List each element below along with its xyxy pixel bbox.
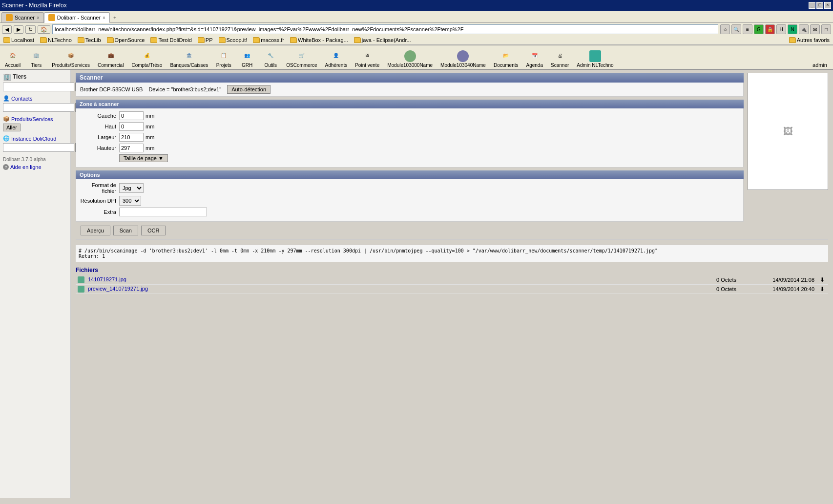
bookmark-testdolidroid-label: Test DoliDroid [158, 37, 191, 43]
addon-icon-6[interactable]: ✉ [810, 24, 820, 34]
file-download-icon[interactable]: ⬇ [820, 276, 825, 283]
toolbar-commercial[interactable]: 💼 Commercial [95, 47, 126, 69]
forward-button[interactable]: ▶ [14, 25, 23, 34]
bookmark-pp-label: PP [206, 37, 213, 43]
sidebar-contacts-link[interactable]: 👤 Contacts [3, 95, 67, 102]
bookmark-localhost[interactable]: Localhost [2, 37, 36, 43]
dolibarr-tab-favicon [48, 14, 55, 21]
bookmark-testdolidroid[interactable]: Test DoliDroid [149, 37, 193, 43]
bookmark-autres[interactable]: Autres favoris [788, 37, 831, 43]
toolbar-module103000[interactable]: Module103000Name [384, 49, 436, 69]
contacts-search-input[interactable] [3, 103, 74, 112]
toolbar-grh[interactable]: 👥 GRH [236, 47, 258, 69]
toolbar-banques[interactable]: 🏦 Banques/Caisses [167, 47, 211, 69]
toolbar-admin[interactable]: Admin NLTechno [574, 49, 616, 69]
bookmark-star-icon[interactable]: ☆ [720, 24, 730, 34]
format-select[interactable]: Jpg PNG PDF [119, 183, 144, 193]
scanner-section-header: Scanner [76, 73, 744, 83]
apercu-button[interactable]: Aperçu [81, 226, 110, 235]
bookmark-java[interactable]: java - Eclipse(Andr... [353, 37, 413, 43]
file-action-cell: ⬇ [816, 285, 828, 294]
file-name-link[interactable]: preview_1410719271.jpg [88, 286, 148, 292]
sidebar-contacts-row: Aller [3, 103, 67, 112]
toolbar-scanner[interactable]: 🖨 Scanner [548, 47, 572, 69]
auto-detect-button[interactable]: Auto-détection [227, 85, 271, 94]
home-button[interactable]: 🏠 [38, 25, 50, 34]
tab-dolibarr-scanner[interactable]: Dolibarr - Scanner × [44, 12, 110, 23]
scan-button[interactable]: Scan [113, 226, 138, 235]
toolbar-oscommerce[interactable]: 🛒 OSCommerce [283, 47, 320, 69]
folder-icon [198, 37, 205, 43]
tab-scanner[interactable]: Scanner × [1, 12, 44, 22]
search-icon[interactable]: 🔍 [731, 24, 741, 34]
addon-icon-3[interactable]: H [776, 24, 786, 34]
documents-icon: 📂 [499, 48, 513, 62]
addon-icon-4[interactable]: N [788, 24, 797, 34]
close-btn[interactable]: × [824, 2, 831, 9]
scanner-form-area: Scanner Brother DCP-585CW USB Device = "… [76, 73, 744, 235]
bookmark-scoop[interactable]: Scoop.it! [217, 37, 249, 43]
toolbar-projets[interactable]: 📋 Projets [213, 47, 234, 69]
toolbar-outils[interactable]: 🔧 Outils [260, 47, 281, 69]
instance-search-input[interactable] [3, 143, 74, 152]
sidebar-help-link[interactable]: ? Aide en ligne [3, 164, 67, 170]
new-tab-button[interactable]: + [110, 13, 120, 22]
hauteur-input[interactable] [119, 144, 144, 152]
bookmarks-bar: Localhost NLTechno TecLib OpenSource Tes… [0, 36, 833, 45]
toolbar-accueil[interactable]: 🏠 Accueil [2, 47, 23, 69]
bookmark-scoop-label: Scoop.it! [227, 37, 248, 43]
largeur-input[interactable] [119, 133, 144, 142]
outils-icon: 🔧 [264, 48, 277, 62]
back-button[interactable]: ◀ [2, 25, 12, 34]
extra-input[interactable] [119, 208, 207, 216]
tab-scanner-close[interactable]: × [37, 15, 40, 21]
toolbar-agenda[interactable]: 📅 Agenda [523, 47, 545, 69]
bookmark-pp[interactable]: PP [196, 37, 214, 43]
ocr-button[interactable]: OCR [141, 226, 166, 235]
addon-icon-1[interactable]: G [754, 24, 764, 34]
tab-dolibarr-close[interactable]: × [103, 15, 105, 21]
bookmark-teclib[interactable]: TecLib [76, 37, 103, 43]
separator [76, 239, 828, 240]
toolbar-module103040[interactable]: Module103040Name [437, 49, 489, 69]
largeur-unit: mm [146, 134, 154, 140]
refresh-button[interactable]: ↻ [25, 25, 36, 34]
command-output: # /usr/bin/scanimage -d 'brother3:bus2;d… [76, 245, 828, 262]
toolbar-compta[interactable]: 💰 Compta/Tréso [128, 47, 165, 69]
addon-icon-7[interactable]: □ [821, 24, 831, 34]
bookmark-nltechno[interactable]: NLTechno [39, 37, 73, 43]
addon-icon-2[interactable]: 🔒 [765, 24, 775, 34]
toolbar-documents[interactable]: 📂 Documents [491, 47, 521, 69]
toolbar-tiers-label: Tiers [31, 63, 42, 68]
maximize-btn[interactable]: □ [816, 2, 823, 9]
address-bar: ◀ ▶ ↻ 🏠 ☆ 🔍 ≡ G 🔒 H N 🔌 ✉ □ [0, 23, 833, 36]
minimize-btn[interactable]: _ [809, 2, 815, 9]
haut-input[interactable] [119, 122, 144, 131]
toolbar-pointvente[interactable]: 🖥 Point vente [352, 47, 382, 69]
gauche-input[interactable] [119, 111, 144, 120]
files-table: 1410719271.jpg 0 Octets 14/09/2014 21:08… [76, 275, 828, 294]
produits-aller-button[interactable]: Aller [3, 124, 21, 131]
table-row: 1410719271.jpg 0 Octets 14/09/2014 21:08… [76, 275, 828, 285]
menu-icon[interactable]: ≡ [743, 24, 752, 34]
file-download-icon[interactable]: ⬇ [820, 286, 825, 293]
bookmark-opensource[interactable]: OpenSource [105, 37, 146, 43]
toolbar-tiers[interactable]: 🏢 Tiers [25, 47, 47, 69]
sidebar-instance-link[interactable]: 🌐 Instance DoliCloud [3, 135, 67, 142]
main-layout: 🏢 Tiers Aller 👤 Contacts Aller 📦 Produit… [0, 70, 833, 498]
toolbar-module103040-label: Module103040Name [440, 63, 486, 68]
file-name-link[interactable]: 1410719271.jpg [88, 276, 126, 282]
file-thumbnail-icon [78, 286, 84, 293]
page-size-button[interactable]: Taille de page ▼ [119, 154, 168, 162]
tiers-search-input[interactable] [3, 83, 74, 91]
bookmark-macosx[interactable]: macosx.fr [251, 37, 286, 43]
toolbar-adherents[interactable]: 👤 Adhérents [322, 47, 351, 69]
toolbar-scanner-label: Scanner [551, 63, 569, 68]
toolbar-produits[interactable]: 📦 Produits/Services [49, 47, 93, 69]
toolbar-module103000-label: Module103000Name [387, 63, 433, 68]
bookmark-whitebox[interactable]: WhiteBox - Packag... [289, 37, 350, 43]
addon-icon-5[interactable]: 🔌 [799, 24, 809, 34]
url-input[interactable] [52, 24, 718, 34]
dpi-select[interactable]: 75 150 300 600 [119, 196, 141, 206]
sidebar-produits-link[interactable]: 📦 Produits/Services [3, 116, 67, 122]
